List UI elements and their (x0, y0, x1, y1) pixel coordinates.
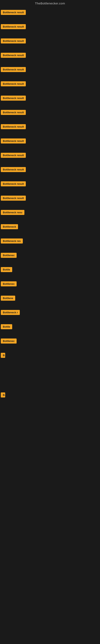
list-item (1, 382, 100, 390)
bottleneck-badge[interactable]: Bottleneck result (1, 181, 26, 186)
bottleneck-badge[interactable]: Bottleneck res (1, 238, 23, 244)
bottleneck-badge[interactable]: Bottleneck r (1, 310, 20, 315)
bottleneck-badge[interactable]: Bottleneck result (1, 110, 26, 115)
list-item: Bottleneck res (1, 236, 100, 250)
list-item (1, 404, 100, 413)
list-item: Bottleneck result (1, 122, 100, 136)
list-item: Bottle (1, 322, 100, 336)
bottleneck-badge[interactable]: Bottlenec (1, 338, 17, 344)
bottleneck-badge[interactable]: B (1, 392, 5, 398)
bottleneck-badge[interactable]: Bottle (1, 324, 12, 329)
list-item: Bottleneck result (1, 22, 100, 36)
bottleneck-badge[interactable]: Bottleneck result (1, 24, 26, 29)
bottleneck-badge[interactable]: Bottleneck result (1, 67, 26, 72)
list-item: Bottleneck result (1, 179, 100, 193)
bottleneck-badge[interactable]: Bottleneck result (1, 153, 26, 158)
bottleneck-badge[interactable]: Bottlene (1, 296, 15, 301)
list-item (1, 365, 100, 373)
list-item: Bottleneck result (1, 136, 100, 150)
list-item: Bottleneck (1, 222, 100, 236)
list-item: Bottleneck result (1, 93, 100, 108)
list-item: Bottlene (1, 293, 100, 308)
list-item (1, 373, 100, 382)
list-item: B (1, 390, 100, 404)
site-header: TheBottlenecker.com (0, 0, 100, 8)
list-item: Bottleneck result (1, 79, 100, 93)
list-item: Bottleneck resu (1, 208, 100, 222)
bottleneck-badge[interactable]: Bottleneck result (1, 96, 26, 100)
bottleneck-badge[interactable]: Bottlenec (1, 253, 17, 258)
site-title: TheBottlenecker.com (35, 2, 65, 5)
list-item: B (1, 350, 100, 365)
list-item: Bottleneck result (1, 150, 100, 164)
list-item: Bottleneck result (1, 8, 100, 22)
list-item: Bottleneck r (1, 308, 100, 322)
bottleneck-badge[interactable]: Bottleneck result (1, 124, 26, 129)
bottleneck-badge[interactable]: Bottleneck (1, 224, 18, 229)
list-item: Bottlenec (1, 250, 100, 265)
list-item: Bottleneck result (1, 36, 100, 50)
bottleneck-badge[interactable]: Bottleneck result (1, 196, 26, 201)
list-item: Bottleneck result (1, 64, 100, 79)
bottleneck-badge[interactable]: Bottleneck result (1, 38, 26, 44)
bottleneck-badge[interactable]: B (1, 353, 5, 358)
list-item: Bottle (1, 265, 100, 279)
list-item (1, 413, 100, 421)
bottleneck-badge[interactable]: Bottleneck result (1, 53, 26, 58)
list-item: Bottleneck result (1, 108, 100, 122)
bottleneck-badge[interactable]: Bottlenec (1, 281, 17, 286)
bottleneck-list: Bottleneck resultBottleneck resultBottle… (0, 8, 100, 430)
bottleneck-badge[interactable]: Bottleneck result (1, 10, 26, 15)
list-item: Bottleneck result (1, 193, 100, 208)
list-item (1, 421, 100, 430)
list-item: Bottlenec (1, 336, 100, 350)
bottleneck-badge[interactable]: Bottleneck resu (1, 210, 24, 215)
list-item: Bottlenec (1, 279, 100, 293)
bottleneck-badge[interactable]: Bottleneck result (1, 138, 26, 144)
bottleneck-badge[interactable]: Bottleneck result (1, 81, 26, 86)
bottleneck-badge[interactable]: Bottle (1, 267, 12, 272)
list-item: Bottleneck result (1, 50, 100, 64)
bottleneck-badge[interactable]: Bottleneck result (1, 167, 26, 172)
list-item: Bottleneck result (1, 164, 100, 179)
